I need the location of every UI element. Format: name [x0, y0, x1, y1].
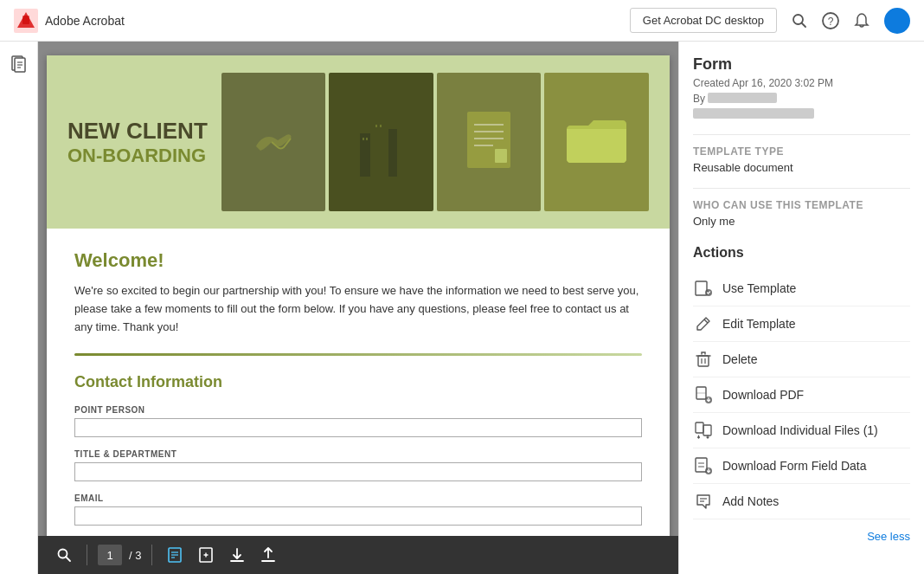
action-download-form-field[interactable]: Download Form Field Data — [693, 448, 910, 484]
toolbar-separator-1 — [87, 545, 87, 565]
svg-rect-36 — [698, 356, 709, 366]
use-template-icon — [693, 278, 714, 299]
acrobat-logo-icon — [14, 9, 38, 33]
pdf-contact-section-title: Contact Information — [74, 373, 642, 391]
download-individual-label: Download Individual Files (1) — [722, 423, 878, 437]
pdf-header-text: NEW CLIENT ON-BOARDING — [67, 118, 208, 167]
city-image — [329, 73, 433, 211]
rp-email-blur — [693, 108, 814, 119]
document-image — [437, 73, 542, 211]
download-pdf-icon — [693, 384, 714, 405]
pdf-field-input-point-person[interactable] — [74, 418, 642, 437]
pdf-header-title: NEW CLIENT — [67, 118, 208, 145]
page-total: / 3 — [129, 549, 141, 562]
pdf-header-subtitle: ON-BOARDING — [67, 145, 208, 167]
main-content: NEW CLIENT ON-BOARDING — [0, 42, 924, 574]
pdf-scroll[interactable]: NEW CLIENT ON-BOARDING — [38, 42, 678, 536]
svg-line-3 — [802, 23, 806, 27]
pdf-field-label-point-person: POINT PERSON — [74, 405, 642, 415]
action-download-pdf[interactable]: Download PDF — [693, 377, 910, 413]
action-use-template[interactable]: Use Template — [693, 271, 910, 306]
svg-rect-46 — [698, 466, 704, 468]
svg-rect-1 — [22, 16, 29, 24]
pdf-field-title-dept: TITLE & DEPARTMENT — [74, 449, 642, 481]
delete-icon — [693, 349, 714, 370]
page-number-input[interactable]: 1 — [98, 545, 122, 565]
add-notes-label: Add Notes — [722, 494, 779, 508]
rp-who-can-use-value: Only me — [693, 215, 910, 228]
navbar-logo: Adobe Acrobat — [14, 9, 125, 33]
toolbar-download-icon[interactable] — [225, 543, 249, 567]
use-template-label: Use Template — [722, 281, 796, 295]
pdf-field-label-title-dept: TITLE & DEPARTMENT — [74, 449, 642, 459]
download-form-field-label: Download Form Field Data — [722, 459, 867, 473]
pdf-header-banner: NEW CLIENT ON-BOARDING — [47, 55, 670, 229]
pdf-welcome-heading: Welcome! — [74, 249, 642, 272]
toolbar-upload-icon[interactable] — [256, 543, 280, 567]
pdf-welcome-text: We're so excited to begin our partnershi… — [74, 282, 642, 336]
toolbar-fit-page-icon[interactable] — [163, 543, 187, 567]
action-edit-template[interactable]: Edit Template — [693, 306, 910, 342]
bell-icon[interactable] — [853, 12, 870, 29]
action-add-notes[interactable]: Add Notes — [693, 484, 910, 519]
download-form-field-icon — [693, 455, 714, 476]
toolbar-search-icon[interactable] — [52, 543, 76, 567]
svg-rect-42 — [696, 422, 703, 433]
pdf-field-input-title-dept[interactable] — [74, 462, 642, 481]
pdf-field-input-email[interactable] — [74, 506, 642, 526]
rp-author-blurred — [708, 93, 777, 103]
rp-template-type-section: Template type Reusable document — [693, 134, 910, 174]
edit-template-label: Edit Template — [722, 317, 796, 331]
toolbar-zoom-fit-icon[interactable] — [194, 543, 218, 567]
svg-rect-14 — [363, 138, 364, 140]
navbar: Adobe Acrobat Get Acrobat DC desktop ? — [0, 0, 924, 42]
rp-template-type-value: Reusable document — [693, 161, 910, 174]
pdf-field-label-email: EMAIL — [74, 493, 642, 503]
svg-rect-43 — [703, 425, 711, 435]
svg-line-35 — [704, 319, 708, 323]
delete-label: Delete — [722, 352, 757, 366]
svg-rect-44 — [696, 458, 707, 472]
pdf-page: NEW CLIENT ON-BOARDING — [47, 55, 670, 536]
svg-text:?: ? — [828, 16, 834, 28]
download-pdf-label: Download PDF — [722, 388, 804, 402]
pdf-content: Welcome! We're so excited to begin our p… — [47, 229, 670, 536]
svg-rect-13 — [388, 129, 397, 177]
search-icon[interactable] — [791, 12, 808, 29]
see-less-button[interactable]: See less — [693, 530, 910, 543]
action-download-individual[interactable]: Download Individual Files (1) — [693, 413, 910, 448]
rp-form-title: Form — [693, 55, 910, 74]
rp-email-blurred — [693, 106, 910, 120]
folder-image — [544, 73, 649, 211]
toolbar-separator-2 — [151, 545, 152, 565]
rp-template-type-label: Template type — [693, 145, 910, 158]
svg-line-25 — [66, 557, 70, 561]
pdf-area: NEW CLIENT ON-BOARDING — [38, 42, 678, 574]
sidebar-pages-icon[interactable] — [7, 52, 31, 76]
svg-rect-16 — [375, 125, 377, 127]
rp-who-can-use-label: Who can use this template — [693, 199, 910, 211]
rp-created-label: Created Apr 16, 2020 3:02 PM — [693, 77, 910, 89]
pdf-field-email: EMAIL — [74, 493, 642, 526]
pdf-divider — [74, 353, 642, 356]
rp-actions-title: Actions — [693, 245, 910, 261]
pdf-toolbar: 1 / 3 — [38, 536, 678, 574]
rp-by-label: By — [693, 91, 910, 105]
edit-template-icon — [693, 313, 714, 334]
rp-who-can-use-section: Who can use this template Only me — [693, 188, 910, 228]
pdf-field-point-person: POINT PERSON — [74, 405, 642, 437]
right-panel: Form Created Apr 16, 2020 3:02 PM By Tem… — [678, 42, 924, 574]
get-acrobat-button[interactable]: Get Acrobat DC desktop — [630, 8, 777, 33]
user-avatar[interactable] — [884, 8, 910, 34]
help-icon[interactable]: ? — [822, 12, 839, 29]
download-individual-icon — [693, 420, 714, 441]
svg-rect-17 — [380, 125, 382, 127]
app-name: Adobe Acrobat — [45, 14, 125, 28]
svg-rect-23 — [495, 149, 507, 163]
svg-rect-45 — [698, 462, 704, 464]
action-delete[interactable]: Delete — [693, 342, 910, 377]
pdf-header-images — [221, 73, 649, 211]
svg-rect-11 — [360, 133, 370, 177]
handshake-image — [221, 73, 326, 211]
navbar-icons: ? — [791, 8, 910, 34]
